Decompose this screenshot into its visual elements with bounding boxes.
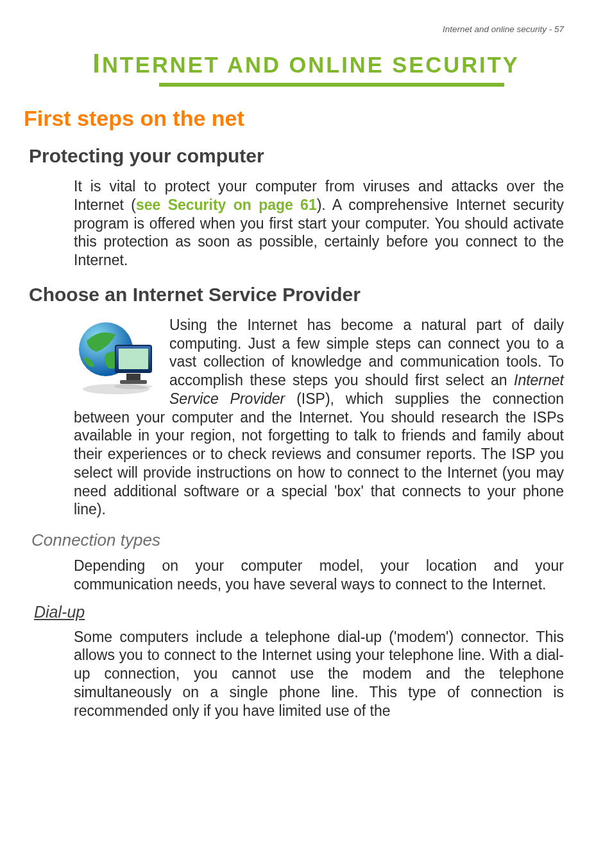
svg-rect-3 — [119, 349, 148, 369]
chapter-title-rest: NTERNET AND ONLINE SECURITY — [102, 53, 520, 77]
heading-first-steps: First steps on the net — [24, 106, 564, 131]
svg-point-6 — [114, 384, 153, 389]
heading-choose-isp: Choose an Internet Service Provider — [29, 284, 564, 306]
heading-connection-types: Connection types — [31, 530, 564, 550]
chapter-title: INTERNET AND ONLINE SECURITY — [48, 48, 564, 79]
globe-monitor-icon — [74, 318, 159, 395]
heading-dialup: Dial-up — [34, 603, 564, 621]
chapter-rule — [159, 83, 504, 87]
link-see-security[interactable]: see Security on page 61 — [136, 196, 317, 213]
svg-rect-4 — [126, 374, 140, 380]
svg-rect-5 — [120, 380, 147, 384]
paragraph-dialup: Some computers include a telephone dial-… — [74, 628, 564, 720]
paragraph-protecting: It is vital to protect your computer fro… — [74, 177, 564, 270]
text: Using the Internet has become a natural … — [169, 317, 564, 388]
paragraph-connection-types: Depending on your computer model, your l… — [74, 557, 564, 594]
chapter-title-initial: I — [92, 48, 102, 78]
heading-protecting: Protecting your computer — [29, 145, 564, 167]
running-header: Internet and online security - 57 — [48, 24, 564, 34]
text: (ISP), which supplies the connection bet… — [74, 390, 564, 518]
paragraph-choose-isp: Using the Internet has become a natural … — [74, 316, 564, 519]
